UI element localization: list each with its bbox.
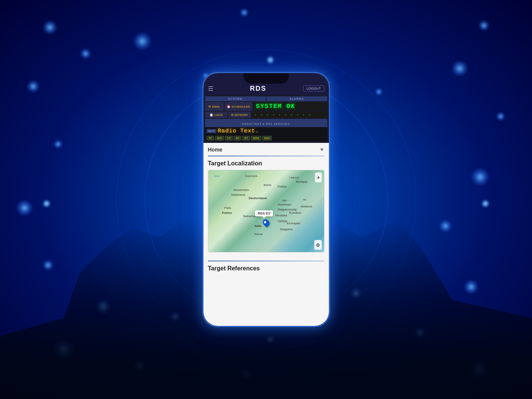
main-scroll-area[interactable]: Home ▼ Target Localization Sea — [203, 143, 329, 326]
alarms-label: ALARMS — [267, 96, 327, 101]
radio-text-display: Radio Text. — [218, 128, 326, 134]
logs-label: LOGS — [214, 113, 223, 117]
map-uk-label: Ук — [303, 198, 306, 201]
map-moldova-label: Moldova — [301, 205, 312, 208]
map-berlin-label: Berlin — [264, 183, 271, 187]
network-icon: ⚙ — [231, 113, 234, 117]
map-sea-label: Sea — [214, 174, 219, 178]
main-content: Home ▼ Target Localization Sea — [203, 143, 329, 276]
rt-button[interactable]: RT — [242, 136, 250, 141]
map-popup[interactable]: RDS E3 × — [255, 210, 273, 216]
network-button[interactable]: ⚙ NETWORK — [228, 112, 251, 118]
map-polska-label: Polska — [277, 185, 286, 188]
map-popup-label: RDS E3 — [258, 212, 270, 215]
alarm-dashes-display: - - - - - - - - - - — [252, 112, 327, 118]
eon-button[interactable]: EON — [251, 136, 261, 141]
phone-wrapper: ☰ RDS LOGOUT SYSTEM ALARMS ✉ EMAIL — [202, 72, 330, 327]
map-background: Sea Danmark Lietuva Amsterdam Berlin Pol… — [208, 170, 324, 252]
phone-screen: ☰ RDS LOGOUT SYSTEM ALARMS ✉ EMAIL — [203, 73, 329, 326]
map-shqiperia-label: Shqipëria — [280, 228, 292, 231]
rds-control-panel: SYSTEM ALARMS ✉ EMAIL ⏰ SCHEDULER — [203, 95, 329, 143]
map-slovensko-label: Slovensko — [277, 203, 291, 206]
system-status-display: SYSTEM OK — [253, 102, 327, 111]
phone-frame: ☰ RDS LOGOUT SYSTEM ALARMS ✉ EMAIL — [202, 72, 330, 327]
target-refs-divider — [208, 261, 324, 261]
phone-notch — [244, 73, 289, 84]
map-deutschland-label: Deutschland — [249, 196, 267, 200]
map-srbija-label: Србија — [277, 219, 287, 223]
scheduler-icon: ⏰ — [227, 105, 231, 108]
system-label: SYSTEM — [205, 96, 266, 101]
breadcrumb: Home ▼ — [208, 147, 324, 153]
map-container[interactable]: Sea Danmark Lietuva Amsterdam Berlin Pol… — [208, 170, 324, 252]
target-references-section: Target References — [208, 257, 324, 272]
home-label: Home — [208, 147, 223, 153]
text-label: TEXT — [206, 129, 216, 133]
rds-button[interactable]: RDS — [262, 136, 272, 141]
map-sko-label: sko — [282, 199, 287, 202]
map-bulgarija-label: България — [287, 222, 300, 225]
email-label: EMAIL — [212, 105, 220, 108]
map-plane-control[interactable]: ✈ — [315, 172, 322, 182]
network-label: NETWORK — [235, 114, 248, 116]
map-hrvatska-label: Hrvatska — [275, 214, 287, 217]
map-crosshair-control[interactable]: ⊕ — [314, 240, 322, 250]
ms-button[interactable]: M/S — [215, 136, 224, 141]
target-localization-section: Target Localization Sea Danmark Lietuva … — [208, 160, 324, 252]
email-button[interactable]: ✉ EMAIL — [205, 102, 224, 111]
map-amsterdam-label: Amsterdam — [234, 188, 249, 192]
map-roma-label: Roma — [255, 232, 262, 236]
radio-text-services-label: RADIO TEXT & RDS SERVICES — [242, 123, 290, 125]
map-paris-label: Paris — [225, 206, 231, 210]
map-romania-label: România — [289, 211, 301, 214]
hamburger-menu-icon[interactable]: ☰ — [208, 85, 213, 92]
map-italia-label: Italia — [255, 224, 261, 228]
target-references-title: Target References — [208, 265, 324, 272]
logout-button[interactable]: LOGOUT — [303, 86, 324, 92]
email-icon: ✉ — [208, 105, 211, 108]
map-denmark-label: Danmark — [245, 174, 257, 178]
target-localization-title: Target Localization — [208, 160, 324, 167]
tp-button[interactable]: TP — [206, 136, 214, 141]
logs-button[interactable]: 📋 LOGS — [205, 112, 228, 118]
scheduler-label: SCHEDULER — [232, 105, 250, 108]
section-divider-top — [208, 156, 324, 156]
af-button[interactable]: AF — [234, 136, 241, 141]
map-marker[interactable] — [263, 219, 269, 226]
scheduler-button[interactable]: ⏰ SCHEDULER — [225, 102, 252, 111]
map-popup-close-icon[interactable]: × — [270, 211, 272, 214]
map-belarus-label: Беларус — [296, 180, 308, 183]
plane-icon: ✈ — [316, 175, 320, 180]
ct-button[interactable]: CT — [225, 136, 233, 141]
map-nederland-label: Nederland — [231, 193, 245, 196]
map-france-label: France — [222, 211, 232, 214]
map-lietuva-label: Lietuva — [289, 176, 299, 179]
dropdown-arrow-icon[interactable]: ▼ — [320, 147, 324, 152]
logs-icon: 📋 — [209, 113, 213, 117]
app-title: RDS — [250, 85, 266, 93]
map-magyarorszag-label: Magyarország — [277, 208, 297, 211]
crosshair-icon: ⊕ — [316, 242, 320, 248]
